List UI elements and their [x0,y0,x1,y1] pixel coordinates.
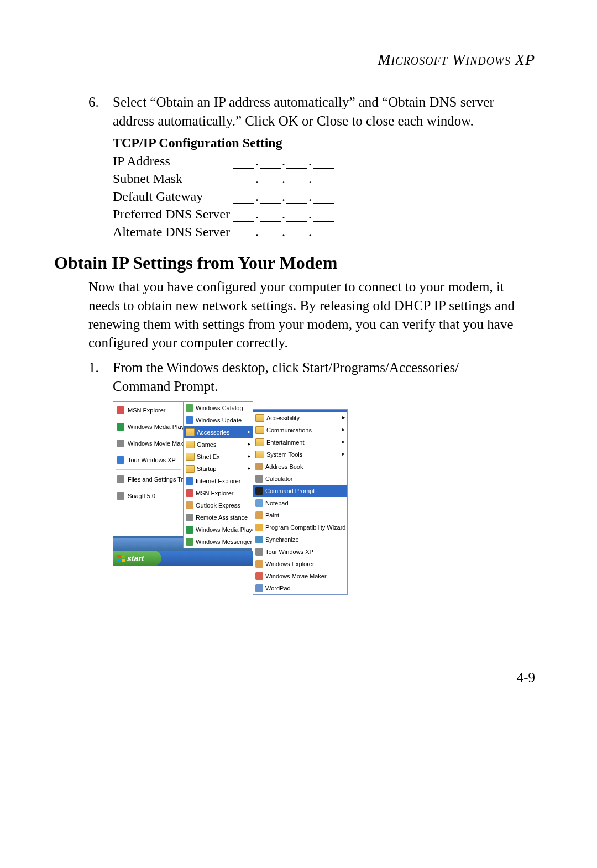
submenu-item-label: Remote Assistance [196,514,248,521]
ip-segment-blank [233,176,254,186]
ip-dot: . [308,207,312,222]
submenu-item[interactable]: Calculator [253,473,347,485]
submenu-item[interactable]: Notepad [253,497,347,509]
page-number: 4-9 [517,670,535,686]
submenu-item[interactable]: Synchronize [253,534,347,546]
windows-flag-icon [117,555,125,562]
ip-dot: . [282,171,285,186]
submenu-item-label: Startup [197,466,216,472]
submenu-item[interactable]: Outlook Express [184,499,253,511]
ip-dot: . [308,224,312,239]
submenu-item[interactable]: Tour Windows XP [253,546,347,558]
submenu-item[interactable]: WordPad [253,582,347,594]
section-heading: Obtain IP Settings from Your Modem [54,253,337,273]
start-menu-item-label: Windows Movie Make [128,440,184,447]
submenu-item[interactable]: Windows Movie Maker [253,570,347,582]
program-icon [186,489,193,497]
ip-segment-blank [313,211,334,222]
submenu-item[interactable]: Program Compatibility Wizard [253,521,347,534]
submenu-item[interactable]: Address Book [253,461,347,473]
submenu-item-label: Windows Media Player [196,526,258,533]
program-icon [255,499,263,507]
submenu-arrow-icon: ▸ [248,428,250,435]
ip-segment-blank [260,158,281,169]
submenu-item[interactable]: Accessibility▸ [253,412,347,424]
submenu-item-label: Entertainment [266,439,304,446]
start-button[interactable]: start [113,551,161,566]
submenu-item[interactable]: Communications▸ [253,424,347,436]
submenu-arrow-icon: ▸ [342,438,345,445]
program-icon [255,584,263,592]
tcp-config-title: TCP/IP Configuration Setting [113,135,282,150]
ip-dot: . [282,207,285,222]
submenu-item-label: Internet Explorer [196,478,240,484]
ip-dot: . [255,154,259,169]
ip-dot: . [308,189,312,204]
submenu-item[interactable]: Stnet Ex▸ [184,451,253,463]
start-menu-item[interactable]: Files and Settings Tra Wizard [113,471,184,488]
folder-icon [255,438,264,446]
submenu-item-label: Windows Movie Maker [265,573,327,579]
submenu-item[interactable]: Remote Assistance [184,511,253,524]
start-menu-item[interactable]: Tour Windows XP [113,452,184,468]
submenu-item[interactable]: Entertainment▸ [253,436,347,448]
start-menu-item[interactable]: Windows Movie Make [113,435,184,452]
submenu-item[interactable]: Startup▸ [184,463,253,475]
submenu-arrow-icon: ▸ [342,414,345,420]
program-icon [186,514,193,521]
ip-blank-field: ... [233,224,334,239]
submenu-item[interactable]: Windows Update [184,414,253,426]
program-icon [116,491,125,501]
program-icon [186,538,193,546]
submenu-item[interactable]: Games▸ [184,438,253,451]
submenu-item-label: Tour Windows XP [265,548,313,555]
folder-icon [255,451,264,458]
step-6: 6. Select “Obtain an IP address automati… [88,93,514,130]
folder-icon [186,465,195,473]
submenu-item-label: Stnet Ex [197,453,220,460]
submenu-item[interactable]: Accessories▸ [184,426,253,438]
submenu-item[interactable]: Windows Catalog [184,402,253,414]
ip-segment-blank [286,229,307,239]
submenu-item-label: Windows Messenger [196,538,252,545]
submenu-arrow-icon: ▸ [248,453,250,459]
submenu-arrow-icon: ▸ [342,451,345,457]
start-menu-left-pane: MSN ExplorerWindows Media PlayeWindows M… [113,401,184,551]
program-icon [186,501,193,509]
submenu-item-label: Outlook Express [196,502,240,509]
step-6-text: Select “Obtain an IP address automatical… [113,93,514,130]
start-menu-item-label: Windows Media Playe [128,423,184,430]
tcp-row: Default Gateway... [113,189,389,207]
ip-dot: . [282,154,285,169]
start-menu-screenshot: MSN ExplorerWindows Media PlayeWindows M… [113,401,356,568]
ip-segment-blank [233,211,254,222]
program-icon [255,463,263,470]
program-icon [255,572,263,580]
program-icon [186,526,193,534]
tcp-row-label: Default Gateway [113,189,203,204]
tcp-row: Alternate DNS Server... [113,224,389,242]
program-icon [255,560,263,568]
start-menu-item-label: Files and Settings Tra Wizard [128,476,184,483]
start-menu-item[interactable]: Windows Media Playe [113,419,184,435]
submenu-item[interactable]: MSN Explorer [184,487,253,499]
ip-segment-blank [313,176,334,186]
ip-dot: . [255,224,259,239]
start-menu-item[interactable]: SnagIt 5.0 [113,488,184,504]
ip-dot: . [308,154,312,169]
ip-segment-blank [233,158,254,169]
folder-icon [255,414,264,422]
start-menu-item[interactable]: MSN Explorer [113,402,184,419]
submenu-item-label: Games [197,441,216,448]
submenu-item[interactable]: Command Prompt [253,485,347,497]
step-1: 1. From the Windows desktop, click Start… [88,358,514,396]
submenu-item[interactable]: System Tools▸ [253,448,347,461]
submenu-item[interactable]: Windows Explorer [253,558,347,570]
submenu-item[interactable]: Windows Messenger [184,536,253,548]
submenu-item[interactable]: Internet Explorer [184,475,253,487]
accessories-submenu: Accessibility▸Communications▸Entertainme… [253,409,348,595]
separator [116,469,181,470]
start-menu-item-label: MSN Explorer [128,407,165,414]
submenu-item[interactable]: Windows Media Player [184,524,253,536]
submenu-item[interactable]: Paint [253,509,347,521]
